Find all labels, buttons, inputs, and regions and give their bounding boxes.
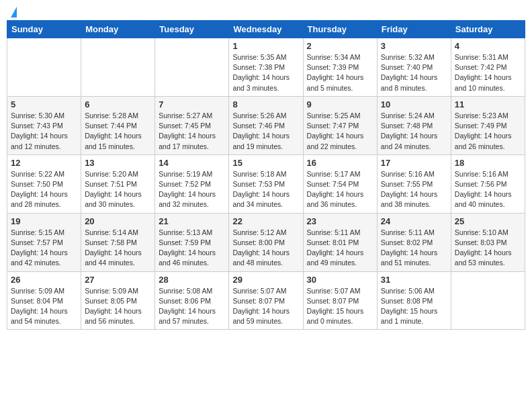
logo-icon (11, 7, 17, 17)
day-info: Sunrise: 5:11 AMSunset: 8:01 PMDaylight:… (307, 228, 373, 269)
weekday-header-thursday: Thursday (303, 21, 377, 38)
day-cell-26: 26Sunrise: 5:09 AMSunset: 8:04 PMDayligh… (7, 271, 81, 330)
day-cell-21: 21Sunrise: 5:13 AMSunset: 7:59 PMDayligh… (155, 213, 229, 271)
day-info: Sunrise: 5:14 AMSunset: 7:58 PMDaylight:… (85, 228, 151, 269)
day-cell-16: 16Sunrise: 5:17 AMSunset: 7:54 PMDayligh… (303, 154, 377, 213)
day-number: 26 (11, 275, 77, 285)
day-info: Sunrise: 5:18 AMSunset: 7:53 PMDaylight:… (232, 169, 299, 210)
day-cell-29: 29Sunrise: 5:07 AMSunset: 8:07 PMDayligh… (229, 271, 303, 330)
day-cell-22: 22Sunrise: 5:12 AMSunset: 8:00 PMDayligh… (229, 213, 303, 271)
day-number: 23 (307, 216, 373, 226)
day-number: 2 (307, 41, 373, 51)
day-cell-4: 4Sunrise: 5:31 AMSunset: 7:42 PMDaylight… (451, 38, 525, 97)
day-cell-13: 13Sunrise: 5:20 AMSunset: 7:51 PMDayligh… (81, 154, 155, 213)
day-cell-8: 8Sunrise: 5:26 AMSunset: 7:46 PMDaylight… (229, 96, 303, 154)
day-number: 28 (159, 275, 225, 285)
week-row-4: 19Sunrise: 5:15 AMSunset: 7:57 PMDayligh… (7, 213, 525, 271)
day-info: Sunrise: 5:26 AMSunset: 7:46 PMDaylight:… (232, 111, 299, 152)
day-number: 11 (455, 99, 521, 109)
weekday-header-saturday: Saturday (451, 21, 525, 38)
day-cell-1: 1Sunrise: 5:35 AMSunset: 7:38 PMDaylight… (229, 38, 303, 97)
day-info: Sunrise: 5:32 AMSunset: 7:40 PMDaylight:… (381, 52, 447, 93)
day-number: 3 (381, 41, 447, 51)
day-cell-6: 6Sunrise: 5:28 AMSunset: 7:44 PMDaylight… (81, 96, 155, 154)
day-number: 4 (455, 41, 521, 51)
day-number: 16 (307, 158, 373, 168)
day-info: Sunrise: 5:12 AMSunset: 8:00 PMDaylight:… (232, 228, 299, 269)
day-number: 1 (232, 41, 299, 51)
day-number: 20 (85, 216, 151, 226)
day-number: 18 (455, 158, 521, 168)
day-info: Sunrise: 5:17 AMSunset: 7:54 PMDaylight:… (307, 169, 373, 210)
day-info: Sunrise: 5:20 AMSunset: 7:51 PMDaylight:… (85, 169, 151, 210)
day-info: Sunrise: 5:09 AMSunset: 8:05 PMDaylight:… (85, 286, 151, 327)
day-number: 7 (159, 99, 225, 109)
day-cell-18: 18Sunrise: 5:16 AMSunset: 7:56 PMDayligh… (451, 154, 525, 213)
day-number: 12 (11, 158, 77, 168)
day-info: Sunrise: 5:15 AMSunset: 7:57 PMDaylight:… (11, 228, 77, 269)
day-cell-7: 7Sunrise: 5:27 AMSunset: 7:45 PMDaylight… (155, 96, 229, 154)
day-cell-9: 9Sunrise: 5:25 AMSunset: 7:47 PMDaylight… (303, 96, 377, 154)
day-info: Sunrise: 5:19 AMSunset: 7:52 PMDaylight:… (159, 169, 225, 210)
day-number: 5 (11, 99, 77, 109)
weekday-header-monday: Monday (81, 21, 155, 38)
weekday-header-row: SundayMondayTuesdayWednesdayThursdayFrid… (7, 21, 525, 38)
day-cell-28: 28Sunrise: 5:08 AMSunset: 8:06 PMDayligh… (155, 271, 229, 330)
day-cell-10: 10Sunrise: 5:24 AMSunset: 7:48 PMDayligh… (377, 96, 451, 154)
day-cell-19: 19Sunrise: 5:15 AMSunset: 7:57 PMDayligh… (7, 213, 81, 271)
weekday-header-wednesday: Wednesday (229, 21, 303, 38)
day-number: 6 (85, 99, 151, 109)
day-number: 10 (381, 99, 447, 109)
day-info: Sunrise: 5:27 AMSunset: 7:45 PMDaylight:… (159, 111, 225, 152)
empty-cell (81, 38, 155, 97)
empty-cell (7, 38, 81, 97)
weekday-header-sunday: Sunday (7, 21, 81, 38)
weekday-header-friday: Friday (377, 21, 451, 38)
day-cell-15: 15Sunrise: 5:18 AMSunset: 7:53 PMDayligh… (229, 154, 303, 213)
day-info: Sunrise: 5:07 AMSunset: 8:07 PMDaylight:… (307, 286, 373, 327)
day-number: 30 (307, 275, 373, 285)
week-row-2: 5Sunrise: 5:30 AMSunset: 7:43 PMDaylight… (7, 96, 525, 154)
day-info: Sunrise: 5:16 AMSunset: 7:55 PMDaylight:… (381, 169, 447, 210)
day-info: Sunrise: 5:06 AMSunset: 8:08 PMDaylight:… (381, 286, 447, 327)
day-number: 27 (85, 275, 151, 285)
day-number: 13 (85, 158, 151, 168)
day-info: Sunrise: 5:30 AMSunset: 7:43 PMDaylight:… (11, 111, 77, 152)
day-cell-31: 31Sunrise: 5:06 AMSunset: 8:08 PMDayligh… (377, 271, 451, 330)
empty-cell (451, 271, 525, 330)
day-number: 15 (232, 158, 299, 168)
day-number: 25 (455, 216, 521, 226)
day-cell-3: 3Sunrise: 5:32 AMSunset: 7:40 PMDaylight… (377, 38, 451, 97)
logo (9, 7, 17, 15)
day-cell-23: 23Sunrise: 5:11 AMSunset: 8:01 PMDayligh… (303, 213, 377, 271)
day-number: 22 (232, 216, 299, 226)
day-info: Sunrise: 5:13 AMSunset: 7:59 PMDaylight:… (159, 228, 225, 269)
weekday-header-tuesday: Tuesday (155, 21, 229, 38)
day-cell-5: 5Sunrise: 5:30 AMSunset: 7:43 PMDaylight… (7, 96, 81, 154)
calendar-table: SundayMondayTuesdayWednesdayThursdayFrid… (7, 20, 525, 330)
day-number: 9 (307, 99, 373, 109)
day-cell-2: 2Sunrise: 5:34 AMSunset: 7:39 PMDaylight… (303, 38, 377, 97)
day-info: Sunrise: 5:31 AMSunset: 7:42 PMDaylight:… (455, 52, 521, 93)
day-cell-12: 12Sunrise: 5:22 AMSunset: 7:50 PMDayligh… (7, 154, 81, 213)
day-number: 14 (159, 158, 225, 168)
day-info: Sunrise: 5:24 AMSunset: 7:48 PMDaylight:… (381, 111, 447, 152)
day-cell-24: 24Sunrise: 5:11 AMSunset: 8:02 PMDayligh… (377, 213, 451, 271)
day-cell-27: 27Sunrise: 5:09 AMSunset: 8:05 PMDayligh… (81, 271, 155, 330)
empty-cell (155, 38, 229, 97)
day-info: Sunrise: 5:22 AMSunset: 7:50 PMDaylight:… (11, 169, 77, 210)
day-info: Sunrise: 5:28 AMSunset: 7:44 PMDaylight:… (85, 111, 151, 152)
day-info: Sunrise: 5:09 AMSunset: 8:04 PMDaylight:… (11, 286, 77, 327)
page-header (7, 7, 525, 15)
day-number: 8 (232, 99, 299, 109)
day-info: Sunrise: 5:16 AMSunset: 7:56 PMDaylight:… (455, 169, 521, 210)
day-info: Sunrise: 5:23 AMSunset: 7:49 PMDaylight:… (455, 111, 521, 152)
day-cell-14: 14Sunrise: 5:19 AMSunset: 7:52 PMDayligh… (155, 154, 229, 213)
day-info: Sunrise: 5:34 AMSunset: 7:39 PMDaylight:… (307, 52, 373, 93)
week-row-3: 12Sunrise: 5:22 AMSunset: 7:50 PMDayligh… (7, 154, 525, 213)
week-row-1: 1Sunrise: 5:35 AMSunset: 7:38 PMDaylight… (7, 38, 525, 97)
day-number: 21 (159, 216, 225, 226)
day-info: Sunrise: 5:25 AMSunset: 7:47 PMDaylight:… (307, 111, 373, 152)
day-number: 29 (232, 275, 299, 285)
week-row-5: 26Sunrise: 5:09 AMSunset: 8:04 PMDayligh… (7, 271, 525, 330)
